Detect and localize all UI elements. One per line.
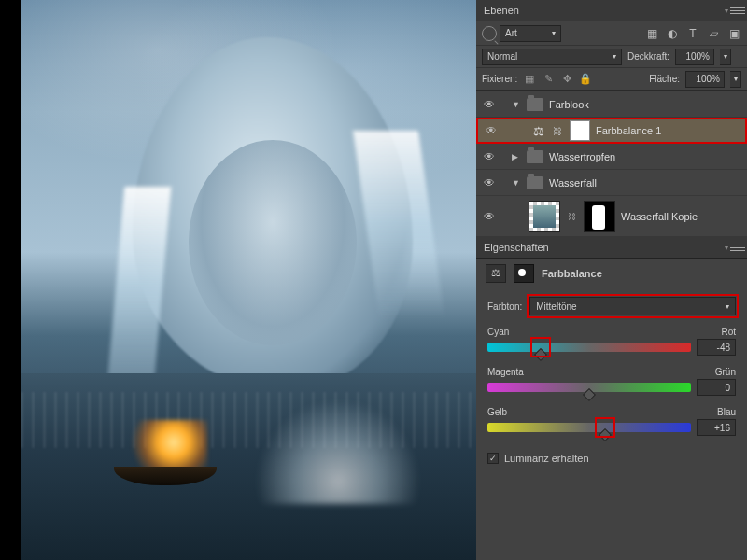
slider-handle[interactable] xyxy=(534,348,547,361)
lock-position-icon[interactable]: ✥ xyxy=(560,73,573,86)
slider-track[interactable] xyxy=(487,423,691,432)
filter-pixel-icon[interactable]: ▦ xyxy=(644,26,659,41)
filter-shape-icon[interactable]: ▱ xyxy=(706,26,721,41)
lock-transparency-icon[interactable]: ▦ xyxy=(523,73,536,86)
artwork-preview xyxy=(21,0,476,560)
slider-cyan-red: Cyan Rot -48 xyxy=(487,327,736,356)
disclosure-down-icon[interactable]: ▼ xyxy=(512,100,521,109)
preserve-luminosity-checkbox[interactable]: ✓ xyxy=(487,453,499,464)
lock-label: Fixieren: xyxy=(482,74,517,84)
link-icon[interactable]: ⛓ xyxy=(566,212,578,221)
lock-row: Fixieren: ▦ ✎ ✥ 🔒 Fläche: 100% ▾ xyxy=(476,68,747,91)
properties-panel-title: Eigenschaften xyxy=(484,242,549,253)
lock-all-icon[interactable]: 🔒 xyxy=(579,73,592,86)
layer-group-wassertropfen[interactable]: 👁 ▶ Wassertropfen xyxy=(476,144,747,170)
blend-mode-row: Normal Deckkraft: 100% ▾ xyxy=(476,46,747,68)
slider-handle[interactable] xyxy=(583,388,596,401)
blend-mode-dropdown[interactable]: Normal xyxy=(482,49,622,65)
visibility-icon[interactable]: 👁 xyxy=(482,176,497,189)
slider-track[interactable] xyxy=(487,383,691,392)
adjustment-title: Farbbalance xyxy=(542,268,602,279)
slider-value-input[interactable]: +16 xyxy=(697,419,736,436)
panel-menu-icon[interactable] xyxy=(730,3,745,18)
layer-filter-dropdown[interactable]: Art xyxy=(500,25,561,42)
disclosure-down-icon[interactable]: ▼ xyxy=(512,178,521,188)
balance-scale-icon: ⚖ xyxy=(530,122,547,139)
tone-label: Farbton: xyxy=(487,301,522,312)
slider-yellow-blue: Gelb Blau +16 xyxy=(487,407,736,436)
opacity-label: Deckkraft: xyxy=(627,51,669,62)
properties-panel-header[interactable]: Eigenschaften xyxy=(476,237,747,259)
panel-menu-icon[interactable] xyxy=(730,240,745,255)
layer-mask-thumb[interactable] xyxy=(570,120,590,141)
layer-mask-thumb[interactable] xyxy=(584,201,615,232)
visibility-icon[interactable]: 👁 xyxy=(484,124,499,137)
folder-icon xyxy=(527,176,543,189)
layer-list: 👁 ▼ Farblook 👁 ⚖ ⛓ Farbbalance 1 👁 ▶ Was… xyxy=(476,91,747,237)
visibility-icon[interactable]: 👁 xyxy=(482,210,497,223)
filter-smart-icon[interactable]: ▣ xyxy=(726,26,741,41)
folder-icon xyxy=(527,98,543,111)
lock-pixels-icon[interactable]: ✎ xyxy=(542,73,555,86)
filter-type-icon[interactable]: T xyxy=(685,26,700,41)
link-icon[interactable]: ⛓ xyxy=(553,126,564,136)
opacity-input[interactable]: 100% xyxy=(675,49,714,65)
slider-handle[interactable] xyxy=(599,428,612,441)
layer-group-farblook[interactable]: 👁 ▼ Farblook xyxy=(476,91,747,118)
layer-farbbalance-1[interactable]: 👁 ⚖ ⛓ Farbbalance 1 xyxy=(476,118,747,144)
disclosure-right-icon[interactable]: ▶ xyxy=(512,152,521,161)
filter-adjust-icon[interactable]: ◐ xyxy=(665,26,680,41)
document-canvas[interactable] xyxy=(0,0,476,560)
fill-flyout-icon[interactable]: ▾ xyxy=(730,71,741,88)
slider-value-input[interactable]: -48 xyxy=(697,339,736,356)
slider-track[interactable] xyxy=(487,343,691,352)
visibility-icon[interactable]: 👁 xyxy=(482,98,497,111)
layer-thumb[interactable] xyxy=(529,201,560,232)
opacity-flyout-icon[interactable]: ▾ xyxy=(720,49,731,65)
right-panel-stack: Ebenen Art ▦ ◐ T ▱ ▣ Normal Deckkraft: 1… xyxy=(476,0,747,560)
properties-panel: ⚖ Farbbalance Farbton: Mitteltöne Cyan R… xyxy=(476,259,747,560)
folder-icon xyxy=(527,150,543,163)
search-icon[interactable] xyxy=(482,26,497,41)
slider-value-input[interactable]: 0 xyxy=(697,379,736,396)
layer-filter-toolbar: Art ▦ ◐ T ▱ ▣ xyxy=(476,21,747,46)
visibility-icon[interactable]: 👁 xyxy=(482,150,497,163)
preserve-luminosity-label: Luminanz erhalten xyxy=(504,453,589,464)
layers-panel-title: Ebenen xyxy=(484,5,519,16)
layers-panel-header[interactable]: Ebenen xyxy=(476,0,747,21)
mask-icon[interactable] xyxy=(514,264,534,283)
balance-scale-icon[interactable]: ⚖ xyxy=(486,264,506,283)
slider-magenta-green: Magenta Grün 0 xyxy=(487,367,736,396)
fill-input[interactable]: 100% xyxy=(685,71,725,88)
layer-group-wasserfall[interactable]: 👁 ▼ Wasserfall xyxy=(476,170,747,196)
tone-dropdown[interactable]: Mitteltöne xyxy=(529,297,736,315)
fill-label: Fläche: xyxy=(649,74,680,84)
layer-wasserfall-kopie[interactable]: 👁 ⛓ Wasserfall Kopie xyxy=(476,196,747,237)
